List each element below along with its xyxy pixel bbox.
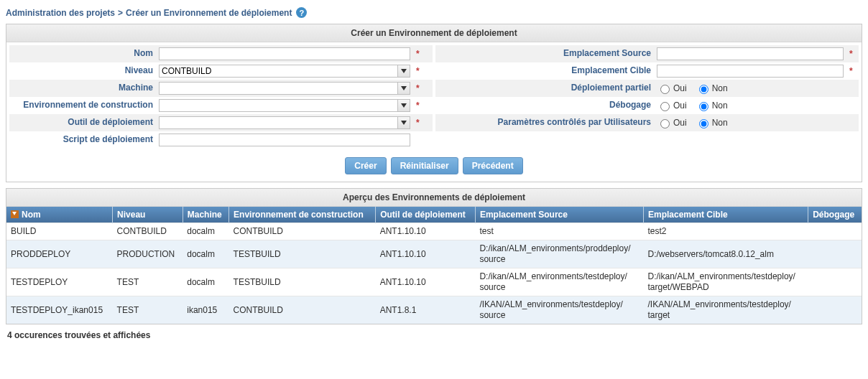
chevron-down-icon[interactable] (397, 82, 410, 95)
cell-debug (808, 240, 862, 268)
row-machine: Machine * (9, 80, 433, 97)
cell-source: test (475, 223, 643, 240)
cell-niveau: TEST (113, 268, 183, 296)
chevron-down-icon[interactable] (397, 116, 410, 129)
table-row[interactable]: TESTDEPLOYTESTdocalmTESTBUILDANT1.10.10D… (6, 268, 862, 296)
row-niveau: Niveau * (9, 62, 433, 80)
cell-outil: ANT1.8.1 (376, 296, 476, 324)
overview-panel: Aperçu des Environnements de déploiement… (6, 188, 862, 324)
cell-source: /IKAN/ALM_environments/testdeploy/ sourc… (475, 296, 643, 324)
reset-button[interactable]: Réinitialiser (391, 157, 458, 174)
back-button[interactable]: Précédent (463, 157, 523, 174)
cell-machine: ikan015 (183, 296, 228, 324)
cell-cible: test2 (644, 223, 808, 240)
row-partiel: Déploiement partiel Oui Non (435, 80, 859, 97)
cell-env_constr: CONTBUILD (229, 296, 376, 324)
input-source[interactable] (657, 47, 844, 60)
table-row[interactable]: BUILDCONTBUILDdocalmCONTBUILDANT1.10.10t… (6, 223, 862, 240)
cell-outil: ANT1.10.10 (376, 268, 476, 296)
radio-debug-oui[interactable]: Oui (657, 100, 687, 111)
cell-nom: TESTDEPLOY_ikan015 (6, 296, 113, 324)
table-row[interactable]: PRODDEPLOYPRODUCTIONdocalmTESTBUILDANT1.… (6, 240, 862, 268)
overview-table: Nom Niveau Machine Environnement de cons… (6, 207, 862, 324)
create-button[interactable]: Créer (345, 157, 386, 174)
form-right-column: Emplacement Source * Emplacement Cible *… (434, 45, 860, 149)
breadcrumb: Administration des projets > Créer un En… (6, 7, 865, 18)
breadcrumb-current: Créer un Environnement de déploiement (126, 8, 292, 18)
row-debug: Débogage Oui Non (435, 97, 859, 114)
cell-niveau: CONTBUILD (113, 223, 183, 240)
cell-cible: D:/webservers/tomcat8.0.12_alm (644, 240, 808, 268)
cell-env_constr: CONTBUILD (229, 223, 376, 240)
col-env-constr[interactable]: Environnement de construction (229, 207, 376, 223)
radio-params-non[interactable]: Non (696, 117, 728, 128)
row-script: Script de déploiement (9, 131, 433, 149)
col-nom[interactable]: Nom (6, 207, 113, 223)
col-debug[interactable]: Débogage (808, 207, 862, 223)
row-source: Emplacement Source * (435, 45, 859, 62)
label-nom: Nom (9, 49, 159, 59)
col-machine[interactable]: Machine (183, 207, 228, 223)
radio-debug-non[interactable]: Non (696, 100, 728, 111)
cell-source: D:/ikan/ALM_environments/proddeploy/ sou… (475, 240, 643, 268)
create-form: Nom * Niveau * (6, 42, 862, 151)
radio-params-oui[interactable]: Oui (657, 117, 687, 128)
select-env-constr[interactable] (159, 99, 397, 112)
label-env-constr: Environnement de construction (9, 100, 159, 111)
col-niveau[interactable]: Niveau (113, 207, 183, 223)
row-cible: Emplacement Cible * (435, 62, 859, 80)
required-marker: * (849, 66, 853, 76)
svg-marker-3 (401, 121, 407, 125)
cell-debug (808, 268, 862, 296)
select-machine[interactable] (159, 82, 397, 95)
row-params: Paramètres contrôlés par Utilisateurs Ou… (435, 114, 859, 131)
cell-debug (808, 223, 862, 240)
cell-machine: docalm (183, 268, 228, 296)
cell-nom: BUILD (6, 223, 113, 240)
sort-icon (11, 210, 19, 218)
cell-source: D:/ikan/ALM_environments/testdeploy/ sou… (475, 268, 643, 296)
required-marker: * (849, 49, 853, 59)
input-script[interactable] (159, 134, 410, 146)
cell-outil: ANT1.10.10 (376, 240, 476, 268)
label-params: Paramètres contrôlés par Utilisateurs (435, 118, 657, 128)
radio-partiel-non[interactable]: Non (696, 83, 728, 94)
cell-debug (808, 296, 862, 324)
col-cible[interactable]: Emplacement Cible (644, 207, 808, 223)
table-row[interactable]: TESTDEPLOY_ikan015TESTikan015CONTBUILDAN… (6, 296, 862, 324)
row-outil: Outil de déploiement * (9, 114, 433, 131)
select-niveau[interactable] (159, 65, 397, 78)
svg-marker-1 (401, 86, 407, 90)
label-niveau: Niveau (9, 66, 159, 76)
required-marker: * (416, 83, 420, 93)
cell-niveau: TEST (113, 296, 183, 324)
cell-machine: docalm (183, 240, 228, 268)
input-cible[interactable] (657, 65, 844, 78)
help-icon[interactable]: ? (296, 7, 307, 18)
required-marker: * (416, 100, 420, 111)
svg-marker-0 (401, 69, 407, 73)
cell-nom: PRODDEPLOY (6, 240, 113, 268)
label-script: Script de déploiement (9, 135, 159, 145)
chevron-down-icon[interactable] (397, 65, 410, 78)
required-marker: * (416, 49, 420, 59)
input-nom[interactable] (159, 47, 410, 60)
create-panel: Créer un Environnement de déploiement No… (6, 24, 862, 182)
select-outil[interactable] (159, 116, 397, 129)
cell-machine: docalm (183, 223, 228, 240)
form-left-column: Nom * Niveau * (8, 45, 434, 149)
radio-partiel-oui[interactable]: Oui (657, 83, 687, 94)
required-marker: * (416, 66, 420, 76)
breadcrumb-admin-link[interactable]: Administration des projets (6, 8, 115, 18)
overview-panel-title: Aperçu des Environnements de déploiement (6, 189, 862, 207)
svg-marker-2 (401, 103, 407, 108)
col-source[interactable]: Emplacement Source (475, 207, 643, 223)
label-debug: Débogage (435, 100, 657, 111)
cell-cible: /IKAN/ALM_environments/testdeploy/ targe… (644, 296, 808, 324)
chevron-down-icon[interactable] (397, 99, 410, 112)
cell-outil: ANT1.10.10 (376, 223, 476, 240)
required-marker: * (416, 118, 420, 128)
cell-env_constr: TESTBUILD (229, 240, 376, 268)
table-header-row: Nom Niveau Machine Environnement de cons… (6, 207, 862, 223)
col-outil[interactable]: Outil de déploiement (376, 207, 476, 223)
